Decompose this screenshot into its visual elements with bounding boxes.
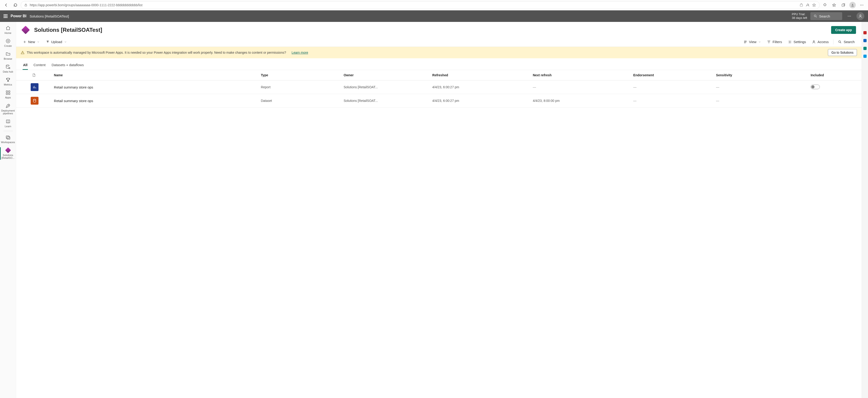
svg-rect-15: [6, 91, 7, 92]
nav-datahub[interactable]: Data hub: [0, 62, 16, 75]
svg-point-23: [813, 40, 814, 42]
svg-rect-0: [25, 5, 27, 6]
create-app-button[interactable]: Create app: [831, 26, 856, 34]
app-launcher-icon[interactable]: [4, 14, 7, 18]
nav-workspaces[interactable]: Workspaces: [0, 133, 16, 145]
included-toggle[interactable]: [811, 85, 820, 89]
side-app-icon[interactable]: [863, 31, 867, 34]
back-button[interactable]: [2, 1, 10, 9]
row-endorsement: —: [631, 80, 714, 94]
tab-content[interactable]: Content: [33, 61, 46, 70]
row-next-refresh: 4/4/23, 8:00:00 pm: [530, 94, 631, 108]
list-icon: [744, 40, 747, 44]
search-icon: [838, 40, 842, 44]
svg-point-24: [839, 40, 841, 42]
extensions-icon[interactable]: [821, 1, 829, 9]
svg-point-9: [849, 16, 850, 16]
row-type-icon: [16, 94, 52, 108]
new-button[interactable]: New: [21, 38, 42, 45]
home-icon: [5, 26, 10, 31]
favorite-icon[interactable]: [812, 3, 816, 7]
nav-metrics[interactable]: Metrics: [0, 75, 16, 88]
address-bar[interactable]: https://app.powerbi.bom/groups/aaaaaaaa-…: [21, 1, 819, 9]
row-included: [808, 94, 862, 108]
search-placeholder: Search: [819, 14, 830, 18]
row-next-refresh: —: [530, 80, 631, 94]
left-nav: Home Create Browse Data hub Metrics Apps…: [0, 22, 16, 398]
filters-button[interactable]: Filters: [765, 38, 784, 45]
warning-icon: [21, 51, 25, 55]
column-owner[interactable]: Owner: [341, 70, 430, 80]
svg-point-4: [860, 5, 861, 5]
content-table: Name Type Owner Refreshed Next refresh E…: [16, 70, 862, 398]
table-row[interactable]: Retail summary store opsDatasetSolutions…: [16, 94, 862, 108]
right-side-strip: [862, 22, 868, 398]
more-button[interactable]: [858, 1, 866, 9]
url-text: https://app.powerbi.bom/groups/aaaaaaaa-…: [30, 3, 797, 7]
chevron-down-icon: [758, 40, 761, 43]
global-search[interactable]: Search: [810, 12, 842, 20]
settings-button[interactable]: Settings: [786, 38, 808, 45]
tab-all[interactable]: All: [23, 61, 28, 70]
read-aloud-icon[interactable]: [806, 3, 810, 7]
side-app-icon[interactable]: [863, 39, 867, 42]
row-refreshed: 4/4/23, 6:00:27 pm: [430, 80, 530, 94]
search-button[interactable]: Search: [836, 38, 857, 45]
table-row[interactable]: Retail summary store opsReportSolutions …: [16, 80, 862, 94]
nav-learn[interactable]: Learn: [0, 117, 16, 130]
svg-point-5: [862, 5, 862, 5]
view-button[interactable]: View: [741, 38, 763, 45]
nav-home[interactable]: Home: [0, 24, 16, 36]
person-icon: [812, 40, 816, 44]
breadcrumb[interactable]: Solutions [RetailSOATest]: [30, 14, 69, 18]
account-button[interactable]: [857, 12, 864, 20]
svg-point-19: [8, 105, 9, 105]
shopping-icon[interactable]: [800, 3, 803, 7]
favorites-bar-icon[interactable]: [830, 1, 838, 9]
nav-apps[interactable]: Apps: [0, 88, 16, 101]
top-more-button[interactable]: [845, 12, 853, 20]
refresh-button[interactable]: [11, 1, 19, 9]
nav-pipelines[interactable]: Deployment pipelines: [0, 101, 16, 117]
column-next-refresh[interactable]: Next refresh: [530, 70, 631, 80]
row-sensitivity: —: [714, 94, 808, 108]
plus-circle-icon: [5, 38, 10, 43]
nav-create[interactable]: Create: [0, 37, 16, 49]
row-refreshed: 4/4/23, 6:00:27 pm: [430, 94, 530, 108]
database-icon: [5, 64, 10, 69]
app-body: Home Create Browse Data hub Metrics Apps…: [0, 22, 868, 398]
side-app-icon[interactable]: [863, 55, 867, 58]
nav-active-workspace[interactable]: Solutions [RetailSO...: [0, 146, 16, 161]
rocket-icon: [5, 103, 10, 108]
svg-point-11: [860, 15, 861, 16]
column-type[interactable]: Type: [258, 70, 341, 80]
upload-button[interactable]: Upload: [44, 38, 69, 45]
column-sensitivity[interactable]: Sensitivity: [714, 70, 808, 80]
access-button[interactable]: Access: [810, 38, 831, 45]
trial-status: PPU Trial: 38 days left: [792, 12, 807, 20]
trophy-icon: [5, 77, 10, 82]
column-endorsement[interactable]: Endorsement: [631, 70, 714, 80]
toolbar: New Upload View Filters: [16, 37, 862, 47]
profile-button[interactable]: [849, 1, 857, 9]
tab-datasets[interactable]: Datasets + dataflows: [51, 61, 84, 70]
side-app-icon[interactable]: [863, 47, 867, 50]
column-included[interactable]: Included: [808, 70, 862, 80]
svg-rect-16: [8, 91, 10, 92]
go-to-solutions-button[interactable]: Go to Solutions: [828, 49, 857, 56]
collections-icon[interactable]: [839, 1, 847, 9]
gear-icon: [788, 40, 792, 44]
svg-point-13: [6, 65, 9, 66]
brand-label[interactable]: Power BI: [10, 14, 26, 18]
browser-chrome: https://app.powerbi.bom/groups/aaaaaaaa-…: [0, 0, 868, 10]
user-icon: [851, 3, 855, 7]
column-icon: [16, 70, 52, 80]
filter-icon: [767, 40, 771, 44]
svg-point-8: [848, 16, 848, 16]
column-name[interactable]: Name: [52, 70, 259, 80]
column-refreshed[interactable]: Refreshed: [430, 70, 530, 80]
nav-browse[interactable]: Browse: [0, 49, 16, 62]
upload-icon: [46, 40, 49, 43]
learn-more-link[interactable]: Learn more: [292, 51, 308, 55]
info-banner: This workspace is automatically managed …: [16, 47, 862, 58]
